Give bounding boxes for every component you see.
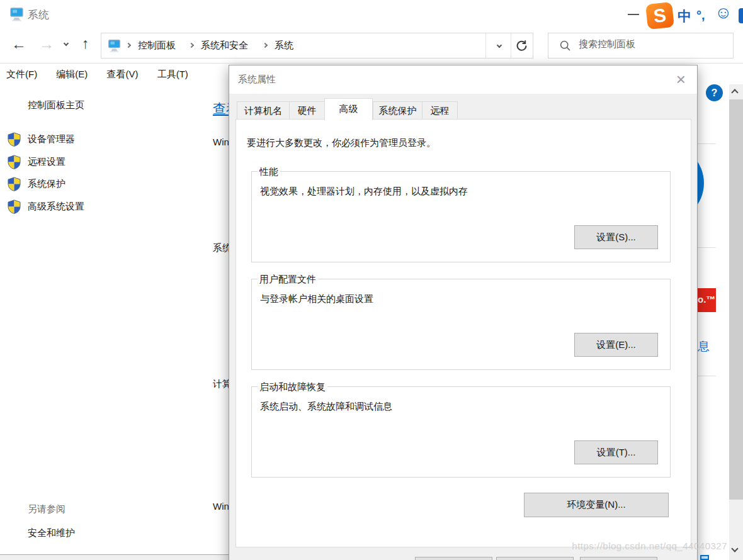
help-icon[interactable]: ? bbox=[706, 84, 723, 101]
breadcrumb-system[interactable]: 系统 bbox=[275, 40, 293, 52]
ime-emoji-icon[interactable]: ☺ bbox=[715, 3, 732, 23]
minimize-icon[interactable] bbox=[628, 14, 639, 15]
user-profiles-group: 用户配置文件 与登录帐户相关的桌面设置 设置(E)... bbox=[251, 279, 671, 370]
admin-note: 要进行大多数更改，你必须作为管理员登录。 bbox=[247, 137, 436, 149]
section-divider bbox=[698, 143, 716, 144]
section-divider bbox=[698, 247, 716, 248]
tab-advanced[interactable]: 高级 bbox=[324, 98, 373, 120]
refresh-icon[interactable] bbox=[515, 39, 528, 54]
uac-shield-icon bbox=[8, 199, 21, 216]
performance-group-desc: 视觉效果，处理器计划，内存使用，以及虚拟内存 bbox=[260, 186, 468, 198]
navigation-bar: ← → ↑ 控制面板 系统和安全 系统 bbox=[0, 30, 743, 64]
background-icon-fragment bbox=[700, 555, 709, 560]
section-header-fragment: Win bbox=[213, 137, 229, 147]
section-header-fragment: 计算机 bbox=[213, 378, 229, 390]
performance-settings-button[interactable]: 设置(S)... bbox=[574, 225, 658, 249]
menu-tools[interactable]: 工具(T) bbox=[157, 69, 188, 81]
scroll-down-icon[interactable] bbox=[731, 545, 738, 552]
sidebar-item-remote-settings[interactable]: 远程设置 bbox=[28, 156, 65, 168]
computer-icon bbox=[107, 38, 122, 55]
sidebar-item-device-manager[interactable]: 设备管理器 bbox=[28, 133, 75, 145]
see-also-header: 另请参阅 bbox=[28, 503, 65, 515]
tab-remote[interactable]: 远程 bbox=[422, 101, 458, 120]
uac-shield-icon bbox=[8, 155, 21, 171]
search-icon bbox=[559, 40, 572, 54]
user-profiles-group-desc: 与登录帐户相关的桌面设置 bbox=[260, 293, 373, 305]
tab-system-protection[interactable]: 系统保护 bbox=[373, 101, 423, 120]
startup-recovery-settings-button[interactable]: 设置(T)... bbox=[574, 440, 658, 464]
lenovo-logo-fragment: o.™ bbox=[698, 288, 716, 312]
breadcrumb-chevron-icon[interactable] bbox=[263, 43, 268, 48]
breadcrumb-control-panel[interactable]: 控制面板 bbox=[138, 40, 176, 52]
forward-icon[interactable]: → bbox=[39, 36, 54, 52]
uac-shield-icon bbox=[8, 132, 21, 148]
menu-edit[interactable]: 编辑(E) bbox=[56, 69, 88, 81]
up-icon[interactable]: ↑ bbox=[82, 36, 89, 51]
dialog-title: 系统属性 bbox=[238, 74, 276, 86]
sidebar-item-system-protection[interactable]: 系统保护 bbox=[28, 178, 65, 190]
system-window-icon bbox=[9, 6, 25, 24]
address-dropdown-chevron-icon[interactable] bbox=[497, 43, 502, 48]
page-title-fragment: 查看 bbox=[213, 100, 229, 118]
screen: 系统 S 中 °, ☺ ← → ↑ 控制面板 系统和安全 bbox=[0, 0, 743, 560]
apply-button-fragment[interactable] bbox=[580, 557, 657, 560]
performance-group: 性能 视觉效果，处理器计划，内存使用，以及虚拟内存 设置(S)... bbox=[251, 171, 671, 262]
section-divider bbox=[698, 376, 716, 376]
ime-punctuation-icon[interactable]: °, bbox=[696, 8, 705, 23]
support-info-link-fragment[interactable]: 息 bbox=[698, 339, 710, 355]
window-title: 系统 bbox=[28, 8, 49, 22]
address-bar[interactable]: 控制面板 系统和安全 系统 bbox=[101, 33, 533, 59]
breadcrumb-chevron-icon[interactable] bbox=[189, 43, 194, 48]
startup-recovery-group-desc: 系统启动、系统故障和调试信息 bbox=[260, 401, 392, 413]
address-separator bbox=[485, 33, 486, 58]
scrollbar-thumb[interactable] bbox=[729, 99, 743, 500]
address-separator bbox=[511, 33, 511, 58]
sidebar-item-control-panel-home[interactable]: 控制面板主页 bbox=[28, 99, 84, 111]
close-icon[interactable]: × bbox=[672, 69, 689, 89]
back-icon[interactable]: ← bbox=[11, 36, 26, 52]
scroll-up-icon[interactable] bbox=[731, 89, 738, 96]
dialog-titlebar[interactable]: 系统属性 × bbox=[229, 65, 697, 94]
sogou-ime-icon[interactable]: S bbox=[645, 2, 674, 30]
window-titlebar: 系统 S 中 °, ☺ bbox=[0, 0, 743, 30]
startup-recovery-group-title: 启动和故障恢复 bbox=[258, 381, 327, 393]
section-header-fragment: 系统 bbox=[213, 242, 229, 254]
advanced-tab-panel: 要进行大多数更改，你必须作为管理员登录。 性能 视觉效果，处理器计划，内存使用，… bbox=[235, 119, 691, 547]
sidebar-item-advanced-system-settings[interactable]: 高级系统设置 bbox=[28, 201, 84, 213]
uac-shield-icon bbox=[8, 177, 21, 193]
system-properties-dialog: 系统属性 × 计算机名 硬件 高级 系统保护 远程 要进行大多数更改，你必须作为… bbox=[229, 65, 698, 560]
performance-group-title: 性能 bbox=[258, 166, 280, 178]
user-profiles-settings-button[interactable]: 设置(E)... bbox=[574, 333, 658, 357]
tab-hardware[interactable]: 硬件 bbox=[289, 101, 325, 120]
menu-view[interactable]: 查看(V) bbox=[107, 69, 139, 81]
tab-computer-name[interactable]: 计算机名 bbox=[237, 101, 290, 120]
window-bottom-strip bbox=[0, 555, 229, 560]
user-profiles-group-title: 用户配置文件 bbox=[258, 274, 318, 286]
search-box[interactable] bbox=[548, 33, 734, 59]
startup-recovery-group: 启动和故障恢复 系统启动、系统故障和调试信息 设置(T)... bbox=[251, 386, 671, 478]
recent-pages-chevron-icon[interactable] bbox=[64, 41, 69, 46]
environment-variables-button[interactable]: 环境变量(N)... bbox=[524, 493, 669, 517]
ime-chinese-mode-icon[interactable]: 中 bbox=[678, 7, 691, 26]
vertical-scrollbar[interactable] bbox=[729, 84, 743, 560]
section-header-fragment: Win bbox=[213, 501, 229, 512]
search-input[interactable] bbox=[579, 38, 717, 49]
ime-keyboard-icon-fragment[interactable] bbox=[739, 8, 743, 23]
menu-file[interactable]: 文件(F) bbox=[6, 69, 37, 81]
breadcrumb-system-security[interactable]: 系统和安全 bbox=[201, 40, 248, 52]
ok-button-fragment[interactable] bbox=[415, 557, 492, 560]
cancel-button-fragment[interactable] bbox=[496, 557, 574, 560]
breadcrumb-chevron-icon[interactable] bbox=[126, 43, 131, 48]
watermark: https://blog.csdn.net/qq_44040327 bbox=[572, 540, 727, 551]
sidebar-item-security-maintenance[interactable]: 安全和维护 bbox=[28, 527, 75, 539]
